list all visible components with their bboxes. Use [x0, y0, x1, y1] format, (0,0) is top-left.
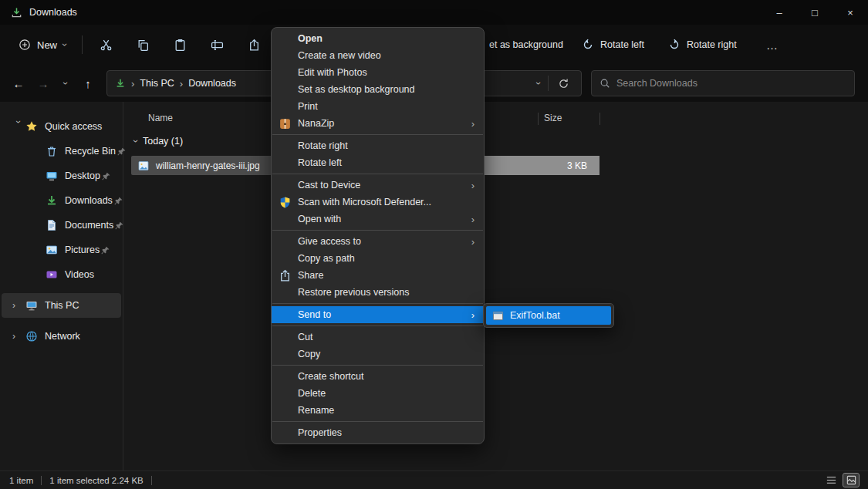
breadcrumb-item-this-pc[interactable]: This PC [140, 78, 174, 89]
address-dropdown-chevron-icon[interactable] [533, 82, 544, 85]
menu-item-copy[interactable]: Copy [272, 346, 484, 363]
share-button[interactable] [238, 32, 269, 58]
sidebar-item-downloads[interactable]: Downloads [2, 188, 121, 213]
menu-item-create-a-new-video[interactable]: Create a new video [272, 47, 484, 64]
submenu-arrow-icon [471, 236, 475, 248]
sidebar-item-this-pc[interactable]: This PC [2, 293, 121, 318]
breadcrumb-item-downloads[interactable]: Downloads [188, 78, 236, 89]
menu-item-copy-as-path[interactable]: Copy as path [272, 250, 484, 267]
set-as-background-button-partial[interactable]: et as background [485, 32, 568, 57]
menu-item-label: Delete [298, 388, 326, 399]
menu-item-label: Rotate right [298, 140, 348, 151]
menu-item-cut[interactable]: Cut [272, 329, 484, 346]
search-box[interactable] [591, 70, 855, 96]
sidebar-item-recycle-bin[interactable]: Recycle Bin [2, 139, 121, 164]
see-more-button[interactable]: … [758, 32, 787, 57]
column-header-size[interactable]: Size [544, 113, 562, 123]
sidebar-item-documents[interactable]: Documents [2, 213, 121, 238]
menu-item-scan-with-microsoft-defender[interactable]: Scan with Microsoft Defender... [272, 194, 484, 211]
sidebar-item-label: Pictures [65, 244, 100, 255]
menu-item-delete[interactable]: Delete [272, 385, 484, 402]
nanazip-icon [279, 117, 292, 130]
submenu-item-exiftool-bat[interactable]: ExifTool.bat [486, 306, 611, 325]
star-icon [25, 120, 38, 133]
up-button[interactable] [76, 71, 100, 96]
menu-item-edit-with-photos[interactable]: Edit with Photos [272, 64, 484, 81]
file-rows: william-henry-gates-iii.jpg3 KB [123, 156, 868, 175]
refresh-button[interactable] [553, 73, 573, 93]
details-view-button[interactable] [823, 474, 839, 487]
menu-item-open-with[interactable]: Open with [272, 211, 484, 228]
menu-item-label: Rotate left [298, 157, 342, 168]
pin-icon [113, 196, 123, 206]
back-button[interactable] [6, 71, 31, 96]
menu-item-set-as-desktop-background[interactable]: Set as desktop background [272, 81, 484, 98]
toolbar-divider [82, 35, 83, 54]
menu-item-label: Create shortcut [298, 371, 363, 382]
sidebar-item-network[interactable]: Network [2, 324, 121, 349]
menu-separator [272, 421, 483, 422]
menu-item-properties[interactable]: Properties [272, 424, 484, 441]
window-maximize-button[interactable]: □ [797, 0, 833, 25]
sidebar-item-label: This PC [45, 300, 79, 311]
window-close-button[interactable]: × [833, 0, 868, 25]
cut-button[interactable] [90, 32, 121, 58]
menu-item-nanazip[interactable]: NanaZip [272, 115, 484, 132]
file-size-text: 3 KB [567, 160, 587, 171]
menu-item-share[interactable]: Share [272, 267, 484, 284]
chevron-right-icon[interactable] [12, 331, 25, 342]
paste-button[interactable] [164, 32, 195, 58]
menu-item-rotate-right[interactable]: Rotate right [272, 137, 484, 154]
copy-button[interactable] [127, 32, 158, 58]
sidebar-item-quick-access[interactable]: Quick access [2, 114, 121, 139]
menu-item-restore-previous-versions[interactable]: Restore previous versions [272, 284, 484, 301]
forward-button[interactable] [31, 71, 56, 96]
column-divider[interactable] [538, 113, 539, 125]
breadcrumb: This PCDownloads [115, 78, 236, 89]
menu-item-label: Edit with Photos [298, 67, 367, 78]
group-header-today[interactable]: Today (1) [123, 131, 868, 151]
menu-item-label: Rename [298, 405, 334, 416]
menu-item-label: Open with [298, 214, 341, 224]
sidebar-item-pictures[interactable]: Pictures [2, 238, 121, 262]
documents-icon [46, 219, 58, 231]
file-list-pane: Name Size Today (1) william-henry-gates-… [123, 102, 868, 470]
sidebar-item-videos[interactable]: Videos [2, 262, 121, 287]
window-minimize-button[interactable]: – [762, 0, 797, 25]
item-count: 1 item [9, 476, 33, 485]
menu-separator [272, 325, 483, 326]
recycle-bin-icon [46, 145, 58, 157]
rotate-right-label: Rotate right [687, 39, 737, 50]
search-input[interactable] [616, 78, 846, 89]
menu-item-rotate-left[interactable]: Rotate left [272, 154, 484, 171]
rotate-right-button[interactable]: Rotate right [664, 32, 741, 57]
new-button[interactable]: New [11, 33, 74, 56]
menu-item-label: Give access to [298, 236, 361, 247]
rotate-left-button[interactable]: Rotate left [577, 32, 649, 57]
submenu-item-label: ExifTool.bat [510, 310, 560, 321]
pin-icon [101, 171, 111, 181]
rename-button[interactable] [201, 32, 232, 58]
menu-item-print[interactable]: Print [272, 98, 484, 115]
menu-item-label: Cast to Device [298, 180, 360, 191]
menu-item-cast-to-device[interactable]: Cast to Device [272, 177, 484, 194]
column-divider[interactable] [599, 113, 600, 125]
rename-icon [211, 39, 224, 52]
ellipsis-icon: … [766, 39, 779, 52]
menu-item-give-access-to[interactable]: Give access to [272, 233, 484, 250]
menu-item-create-shortcut[interactable]: Create shortcut [272, 368, 484, 385]
column-header-name[interactable]: Name [148, 113, 173, 123]
sidebar-item-label: Videos [65, 269, 94, 280]
menu-item-open[interactable]: Open [272, 30, 484, 47]
thumbnails-view-button[interactable] [843, 474, 859, 487]
menu-item-rename[interactable]: Rename [272, 402, 484, 419]
menu-item-send-to[interactable]: Send to [272, 306, 484, 323]
rotate-right-icon [668, 39, 681, 51]
copy-icon [137, 39, 150, 52]
chevron-down-icon[interactable] [13, 120, 24, 133]
sidebar-item-desktop[interactable]: Desktop [2, 164, 121, 188]
chevron-right-icon[interactable] [12, 300, 25, 311]
menu-item-label: Print [298, 101, 318, 112]
recent-locations-chevron[interactable] [53, 73, 78, 93]
network-icon [25, 330, 38, 342]
